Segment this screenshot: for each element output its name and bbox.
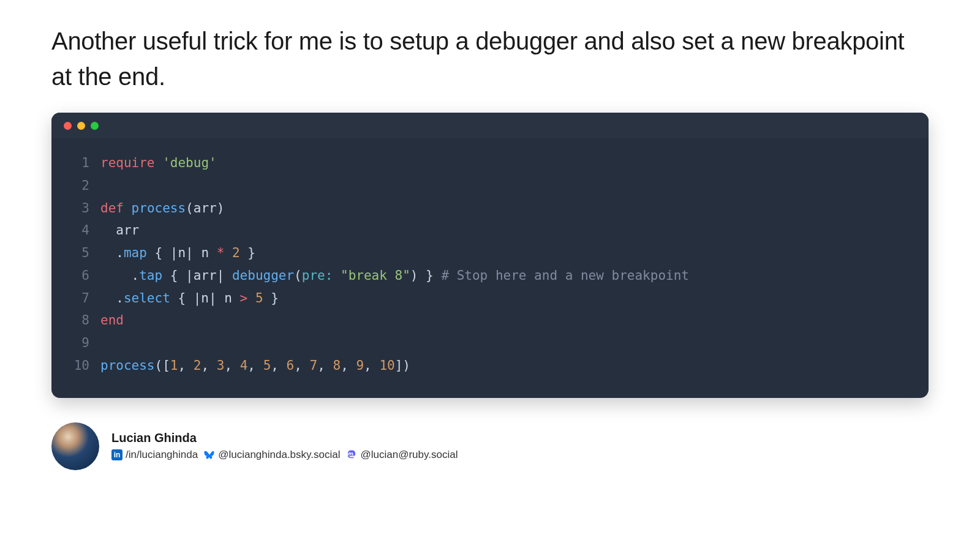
bluesky-link[interactable]: @lucianghinda.bsky.social xyxy=(204,449,340,461)
line-number: 6 xyxy=(66,264,89,287)
bluesky-handle: @lucianghinda.bsky.social xyxy=(218,449,340,461)
line-content: .map { |n| n * 2 } xyxy=(100,242,255,264)
maximize-icon xyxy=(91,122,99,130)
code-line: 7 .select { |n| n > 5 } xyxy=(66,287,914,310)
code-line: 6 .tap { |arr| debugger(pre: "break 8") … xyxy=(66,264,914,287)
slide: Another useful trick for me is to setup … xyxy=(0,0,980,551)
mastodon-icon xyxy=(346,449,357,460)
code-line: 10process([1, 2, 3, 4, 5, 6, 7, 8, 9, 10… xyxy=(66,354,914,377)
line-content: require 'debug' xyxy=(100,152,217,174)
code-line: 1require 'debug' xyxy=(66,152,914,174)
code-line: 4 arr xyxy=(66,219,914,242)
line-number: 10 xyxy=(66,354,89,377)
slide-heading: Another useful trick for me is to setup … xyxy=(51,23,929,94)
line-content: .tap { |arr| debugger(pre: "break 8") } … xyxy=(100,264,689,287)
code-line: 9 xyxy=(66,332,914,354)
line-number: 9 xyxy=(66,332,89,354)
author-name: Lucian Ghinda xyxy=(111,431,458,445)
line-number: 5 xyxy=(66,242,89,264)
line-content: process([1, 2, 3, 4, 5, 6, 7, 8, 9, 10]) xyxy=(100,354,410,377)
author-info: Lucian Ghinda in /in/lucianghinda @lucia… xyxy=(111,431,458,461)
line-content: end xyxy=(100,309,124,332)
social-links: in /in/lucianghinda @lucianghinda.bsky.s… xyxy=(111,449,458,461)
code-line: 3def process(arr) xyxy=(66,197,914,220)
line-number: 3 xyxy=(66,197,89,220)
code-window: 1require 'debug'23def process(arr)4 arr5… xyxy=(51,113,929,398)
line-content: def process(arr) xyxy=(100,197,224,220)
author-footer: Lucian Ghinda in /in/lucianghinda @lucia… xyxy=(51,422,929,470)
line-number: 1 xyxy=(66,152,89,174)
bluesky-icon xyxy=(204,449,215,460)
linkedin-handle: /in/lucianghinda xyxy=(126,449,198,461)
code-block: 1require 'debug'23def process(arr)4 arr5… xyxy=(51,138,929,398)
close-icon xyxy=(64,122,72,130)
code-line: 5 .map { |n| n * 2 } xyxy=(66,242,914,264)
linkedin-icon: in xyxy=(111,449,123,460)
line-number: 8 xyxy=(66,309,89,332)
avatar xyxy=(51,422,99,470)
line-number: 7 xyxy=(66,287,89,310)
code-line: 8end xyxy=(66,309,914,332)
line-number: 2 xyxy=(66,174,89,197)
code-line: 2 xyxy=(66,174,914,197)
mastodon-link[interactable]: @lucian@ruby.social xyxy=(346,449,458,461)
line-content: arr xyxy=(100,219,139,242)
window-titlebar xyxy=(51,113,929,138)
line-content: .select { |n| n > 5 } xyxy=(100,287,279,310)
minimize-icon xyxy=(77,122,85,130)
mastodon-handle: @lucian@ruby.social xyxy=(360,449,458,461)
linkedin-link[interactable]: in /in/lucianghinda xyxy=(111,449,198,461)
line-number: 4 xyxy=(66,219,89,242)
